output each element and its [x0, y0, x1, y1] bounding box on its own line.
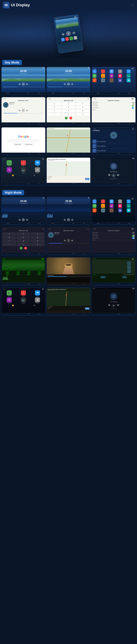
dbt2-call-btn[interactable]: 📞 — [65, 117, 68, 120]
cp-music[interactable]: ♪ Music — [17, 160, 30, 166]
nnp-next[interactable]: ▶▶ — [117, 304, 120, 306]
nw-btn-8[interactable]: 8K — [38, 274, 41, 275]
nw-btn-5[interactable]: 1K — [6, 274, 9, 275]
nbt1-key-9[interactable]: 9 — [31, 240, 44, 242]
dbt2-hangup-btn[interactable]: ✕ — [69, 117, 72, 120]
d2-prev[interactable]: ◀◀ — [64, 83, 66, 85]
ds-track-1[interactable]: 华乐_01_FIRE.mp3 — [92, 139, 134, 144]
dbt2-key-1[interactable]: 1 — [48, 102, 61, 105]
nbt2-prev[interactable]: ◀◀ — [64, 239, 66, 242]
n1-next[interactable]: ▶▶ — [26, 219, 28, 221]
n-app-phone[interactable]: 📞 — [110, 208, 114, 212]
dbt1-play[interactable]: ⏸ — [22, 109, 25, 112]
ncp-podcast[interactable]: 🎙 Podcast — [3, 298, 16, 304]
cp-appletv[interactable]: 📺 AppleTV — [17, 167, 30, 174]
nbt1-key-8[interactable]: 8 — [17, 240, 30, 242]
dbt2-key-8[interactable]: 8 — [62, 110, 75, 112]
cp-maps[interactable]: 🗺 Maps — [31, 160, 44, 166]
n-app-weather[interactable]: ☁ — [127, 204, 130, 208]
n-app-carplay[interactable]: 🚗 — [101, 204, 105, 208]
nbt1-key-star[interactable]: * — [2, 243, 16, 246]
nbt1-key-5[interactable]: 5 — [17, 236, 30, 239]
cp-podcast[interactable]: 🎙 Podcast — [3, 167, 16, 174]
app-podcast[interactable]: 🎙 — [92, 78, 96, 82]
n-app-files[interactable]: 📁 — [110, 204, 114, 208]
d2-play[interactable]: ⏸ — [67, 82, 70, 86]
nbt1-key-hash[interactable]: # — [31, 243, 44, 246]
n-app-telegram[interactable]: ✈ — [92, 200, 96, 204]
dbt2-key-6[interactable]: 6 — [76, 106, 90, 109]
dbt2-key-0[interactable]: 0 — [62, 113, 75, 116]
dbt2-key-5[interactable]: 5 — [62, 106, 75, 109]
nbt1-key-6[interactable]: 6 — [31, 236, 44, 239]
n-app-settings[interactable]: ⚙ — [118, 200, 122, 204]
cp-phone[interactable]: 📞 Phone — [3, 160, 16, 166]
app-telegram[interactable]: ✈ — [92, 70, 96, 73]
dbt2-key-9[interactable]: 9 — [76, 110, 90, 112]
n-app-music[interactable]: ♪ — [101, 200, 105, 204]
nbt1-key-1[interactable]: 1 — [2, 232, 16, 236]
nbt3-ac-toggle[interactable] — [132, 237, 134, 239]
ncp-appletv[interactable]: 📺 AppleTV — [17, 298, 30, 304]
nn-turn-3[interactable]: ↲ — [127, 270, 131, 273]
dnp-play[interactable]: ▶ — [112, 174, 116, 178]
ncp-maps[interactable]: 🗺 Maps — [31, 290, 44, 296]
app-weather[interactable]: ☁ — [127, 74, 130, 78]
ncp-phone[interactable]: 📞 Phone — [3, 290, 16, 296]
ds-track-2[interactable]: 华乐_02_FIRE.mp3 — [92, 144, 134, 148]
menu-icon[interactable]: ⋮ — [131, 3, 134, 7]
app-messages[interactable]: 💬 — [127, 78, 130, 82]
ncp-settings[interactable]: ⚙ Settings — [31, 298, 44, 304]
d1-prev[interactable]: ◀◀ — [18, 83, 21, 85]
nnp-prev[interactable]: ◀◀ — [108, 304, 110, 306]
app-phone[interactable]: 📞 — [110, 78, 114, 82]
nw-btn-3[interactable]: 400 — [27, 271, 30, 273]
nn-zoom-btn[interactable]: Zoom — [122, 276, 127, 278]
app-maps[interactable]: 🗺 — [92, 74, 96, 78]
dbt2-key-3[interactable]: 3 — [76, 102, 90, 105]
dnp-next[interactable]: ▶▶ — [117, 174, 120, 176]
google-search-btn[interactable]: Google Search — [13, 144, 22, 146]
dbt1-next[interactable]: ▶▶ — [26, 109, 28, 112]
nbt1-key-4[interactable]: 4 — [2, 236, 16, 239]
dnp-prev[interactable]: ◀◀ — [108, 174, 110, 176]
app-appletv[interactable]: 📺 — [101, 78, 105, 82]
app-bt[interactable]: B — [127, 70, 130, 73]
nw-btn-4[interactable]: 800 — [38, 271, 41, 273]
nw-btn-1[interactable]: 100 — [6, 271, 9, 273]
nn-turn-1[interactable]: ↑ — [127, 262, 131, 265]
hero-next-btn[interactable]: ▶▶ — [72, 31, 76, 34]
dbt2-key-4[interactable]: 4 — [48, 106, 61, 109]
nbt1-hangup-btn[interactable]: ✕ — [24, 247, 27, 250]
dbt2-key-hash[interactable]: # — [76, 113, 90, 116]
hero-play-btn[interactable]: ⏸ — [66, 31, 71, 36]
n2-next[interactable]: ▶▶ — [71, 219, 74, 221]
app-files[interactable]: 📁 — [110, 74, 114, 78]
nbt1-call-btn[interactable]: 📞 — [20, 247, 22, 250]
ds-track-3[interactable]: 华乐_03_FIRE.mp3 — [92, 148, 134, 152]
nn-turn-2[interactable]: ↱ — [127, 266, 131, 269]
n-app-messages[interactable]: 💬 — [127, 208, 130, 212]
app-photo[interactable]: 🖼 — [110, 70, 114, 73]
n2-prev[interactable]: ◀◀ — [64, 219, 66, 221]
nbt1-key-2[interactable]: 2 — [17, 232, 30, 236]
nn-recalc-btn[interactable]: Recalc — [101, 276, 106, 278]
nnp-play[interactable]: ▶ — [112, 304, 116, 308]
nbt1-key-3[interactable]: 3 — [31, 232, 44, 236]
nw-btn-7[interactable]: 4K — [27, 274, 30, 275]
d2-next[interactable]: ▶▶ — [71, 83, 74, 85]
d1-play[interactable]: ⏸ — [22, 82, 25, 86]
drest-go-btn[interactable]: GO — [85, 178, 90, 180]
cp-settings[interactable]: ⚙ Settings — [31, 167, 44, 174]
app-calendar[interactable]: 📅 — [118, 78, 122, 82]
nrest-go-btn[interactable]: GO — [85, 308, 90, 310]
n-app-appletv[interactable]: 📺 — [101, 208, 105, 212]
hero-prev-btn[interactable]: ◀◀ — [62, 33, 65, 36]
nbt2-play[interactable]: ⏸ — [67, 239, 70, 242]
n-app-bt[interactable]: B — [127, 200, 130, 204]
n-app-calendar[interactable]: 📅 — [118, 208, 122, 212]
nbt1-key-7[interactable]: 7 — [2, 240, 16, 242]
dbt2-key-2[interactable]: 2 — [62, 102, 75, 105]
google-lucky-btn[interactable]: I'm Feeling Lucky — [24, 144, 34, 146]
n-app-podcast[interactable]: 🎙 — [92, 208, 96, 212]
